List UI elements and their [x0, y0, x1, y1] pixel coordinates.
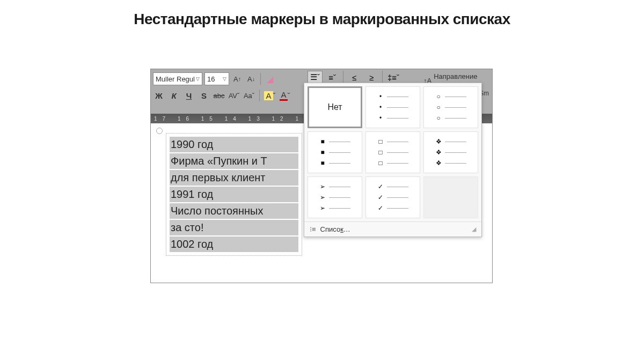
bullet-mark-icon: ❖	[435, 149, 442, 156]
doc-line[interactable]: Число постоянных	[170, 203, 298, 219]
bullet-mark-icon: ❖	[435, 159, 442, 167]
bullet-sample-line	[329, 187, 350, 187]
chevron-down-icon: ▽	[196, 76, 200, 82]
case-button[interactable]: Aaˇ	[243, 89, 255, 102]
highlight-button[interactable]: Aˇ	[264, 89, 276, 102]
bullet-option-check[interactable]: ✓✓✓	[365, 176, 420, 218]
bullet-mark-icon: ■	[319, 138, 326, 145]
bullet-sample-line	[445, 163, 466, 164]
bullet-option-empty	[423, 176, 478, 218]
bullet-sample-line	[387, 187, 408, 187]
clear-formatting-button[interactable]: ◢	[264, 72, 276, 85]
list-icon: ⁝≡	[310, 225, 316, 233]
doc-line[interactable]: за сто!	[170, 220, 298, 235]
bullet-sample-line	[445, 142, 466, 142]
bullet-sample-line	[387, 107, 408, 108]
bullet-mark-icon: ❖	[435, 138, 442, 145]
bullet-mark-icon: ✓	[377, 204, 384, 212]
strikethrough-button[interactable]: abc	[213, 89, 225, 102]
bullet-option-disc[interactable]: •••	[365, 86, 420, 128]
none-label: Нет	[327, 102, 342, 112]
page-title: Нестандартные маркеры в маркированных сп…	[0, 0, 644, 28]
bullet-mark-icon: ○	[435, 114, 442, 122]
bullet-mark-icon: •	[377, 104, 384, 111]
bullet-option-none[interactable]: Нет	[308, 86, 362, 128]
chevron-down-icon: ▽	[223, 76, 226, 82]
line-spacing-button[interactable]: ‡≡ˇ	[386, 71, 401, 84]
bullet-sample-line	[329, 208, 350, 209]
doc-line[interactable]: Фирма «Пупкин и Т	[170, 153, 298, 169]
font-size-select[interactable]: 16▽	[204, 72, 229, 85]
bullet-option-black-square[interactable]: ■■■	[308, 131, 362, 173]
bullet-sample-line	[387, 118, 408, 119]
bullet-sample-line	[387, 152, 408, 153]
bullet-sample-line	[329, 163, 350, 164]
bold-button[interactable]: Ж	[153, 89, 165, 102]
bullet-sample-line	[329, 197, 350, 198]
shadow-button[interactable]: S	[198, 89, 210, 102]
doc-line[interactable]: 1990 год	[170, 137, 298, 152]
bullet-mark-icon: ■	[319, 149, 326, 156]
bullet-sample-line	[445, 97, 466, 97]
resize-grip-icon[interactable]: ◢	[472, 226, 476, 233]
bullet-sample-line	[329, 142, 350, 142]
char-spacing-button[interactable]: AVˇ	[228, 89, 240, 102]
bullet-mark-icon: ➢	[319, 183, 326, 190]
increase-font-button[interactable]: A↑	[231, 72, 243, 85]
bullet-option-circle[interactable]: ○○○	[423, 86, 478, 128]
bullet-sample-line	[387, 197, 408, 198]
numbered-list-button[interactable]: ≡ˇ	[325, 71, 340, 84]
underline-button[interactable]: Ч	[183, 89, 195, 102]
bullet-mark-icon: ✓	[377, 183, 384, 190]
bullet-sample-line	[329, 152, 350, 153]
bullet-mark-icon: ○	[435, 93, 442, 100]
bullet-option-diamond[interactable]: ❖❖❖	[423, 131, 478, 173]
doc-line[interactable]: 1002 год	[170, 237, 298, 252]
bullet-sample-line	[387, 142, 408, 142]
bullet-sample-line	[387, 208, 408, 209]
bullet-sample-line	[387, 97, 408, 97]
bullet-mark-icon: □	[377, 149, 384, 156]
frame-anchor-handle[interactable]	[156, 128, 163, 134]
bullet-mark-icon: ○	[435, 104, 442, 111]
text-frame[interactable]: 1990 год Фирма «Пупкин и Т для первых кл…	[166, 133, 302, 256]
increase-indent-button[interactable]: ≥	[364, 71, 379, 84]
doc-line[interactable]: 1991 год	[170, 187, 298, 202]
custom-list-link[interactable]: Список…	[320, 225, 350, 233]
bullet-mark-icon: ■	[319, 159, 326, 167]
bullet-mark-icon: ➢	[319, 194, 326, 201]
bullet-sample-line	[445, 107, 466, 108]
bullet-mark-icon: •	[377, 114, 384, 122]
bulleted-list-button[interactable]: ☰ˇ	[308, 71, 323, 84]
bullet-option-arrow[interactable]: ➢➢➢	[308, 176, 362, 218]
bullet-mark-icon: □	[377, 138, 384, 145]
bullets-dropdown: Нет•••○○○■■■□□□❖❖❖➢➢➢✓✓✓ ⁝≡ Список… ◢	[304, 83, 482, 237]
bullet-option-hollow-square[interactable]: □□□	[365, 131, 420, 173]
bullet-mark-icon: □	[377, 159, 384, 167]
bullet-mark-icon: •	[377, 93, 384, 100]
bullet-sample-line	[387, 163, 408, 164]
italic-button[interactable]: К	[168, 89, 180, 102]
doc-line[interactable]: для первых клиент	[170, 170, 298, 186]
bullet-mark-icon: ➢	[319, 204, 326, 212]
decrease-font-button[interactable]: A↓	[245, 72, 257, 85]
font-color-button[interactable]: Aˇ	[279, 89, 291, 102]
bullet-sample-line	[445, 152, 466, 153]
font-name-select[interactable]: Muller Regul▽	[153, 72, 202, 85]
decrease-indent-button[interactable]: ≤	[347, 71, 362, 84]
bullet-sample-line	[445, 118, 466, 119]
bullet-mark-icon: ✓	[377, 194, 384, 201]
